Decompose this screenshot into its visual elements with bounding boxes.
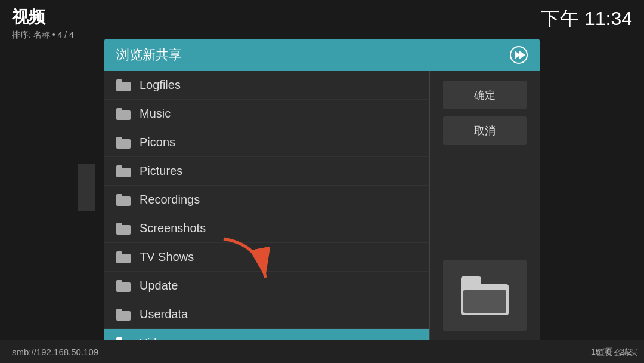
folder-preview-inner (463, 290, 506, 313)
folder-icon (116, 309, 131, 321)
folder-icon (116, 108, 131, 120)
list-item[interactable]: Screenshots (104, 214, 429, 243)
list-item[interactable]: Userdata (104, 300, 429, 329)
list-item[interactable]: TV Shows (104, 243, 429, 272)
clock: 下午 11:34 (541, 6, 632, 32)
list-item[interactable]: Pictures (104, 157, 429, 186)
list-item[interactable]: Picons (104, 128, 429, 157)
list-item[interactable]: Music (104, 100, 429, 128)
folder-icon (116, 280, 131, 292)
status-bar: smb://192.168.50.109 15 项 · 2/2 (0, 340, 644, 363)
file-name: TV Shows (140, 250, 194, 264)
confirm-button[interactable]: 确定 (443, 81, 527, 109)
folder-icon (116, 194, 131, 206)
folder-preview-icon (461, 276, 509, 315)
kodi-logo-icon (510, 46, 528, 64)
watermark: 值什么得买 (596, 347, 638, 358)
folder-icon (116, 251, 131, 263)
file-name: Logfiles (140, 78, 181, 92)
dialog-body: LogfilesMusicPiconsPicturesRecordingsScr… (104, 71, 540, 343)
folder-icon (116, 165, 131, 177)
folder-icon (116, 223, 131, 235)
folder-icon (116, 79, 131, 91)
right-panel: 确定 取消 (429, 71, 540, 343)
file-name: Picons (140, 136, 175, 149)
folder-icon (116, 137, 131, 149)
dialog-title: 浏览新共享 (116, 46, 182, 64)
file-name: Pictures (140, 164, 182, 178)
file-list[interactable]: LogfilesMusicPiconsPicturesRecordingsScr… (104, 71, 429, 343)
file-name: Update (140, 279, 178, 293)
svg-marker-2 (519, 51, 525, 59)
browse-dialog: 浏览新共享 LogfilesMusicPiconsPicturesRecordi… (104, 39, 540, 343)
list-item[interactable]: Recordings (104, 186, 429, 214)
file-name: Screenshots (140, 222, 206, 235)
list-item[interactable]: Update (104, 272, 429, 300)
sidebar-decoration-1 (78, 164, 95, 211)
page-title: 视频 (12, 6, 74, 29)
file-name: Userdata (140, 307, 188, 321)
file-name: Music (140, 107, 171, 121)
dialog-header: 浏览新共享 (104, 39, 540, 71)
list-item[interactable]: Logfiles (104, 71, 429, 100)
left-sidebar (0, 36, 101, 339)
top-bar: 视频 排序: 名称 • 4 / 4 下午 11:34 (0, 0, 644, 36)
file-name: Recordings (140, 193, 200, 207)
cancel-button[interactable]: 取消 (443, 116, 527, 145)
status-path: smb://192.168.50.109 (12, 347, 98, 357)
folder-preview (443, 260, 527, 331)
